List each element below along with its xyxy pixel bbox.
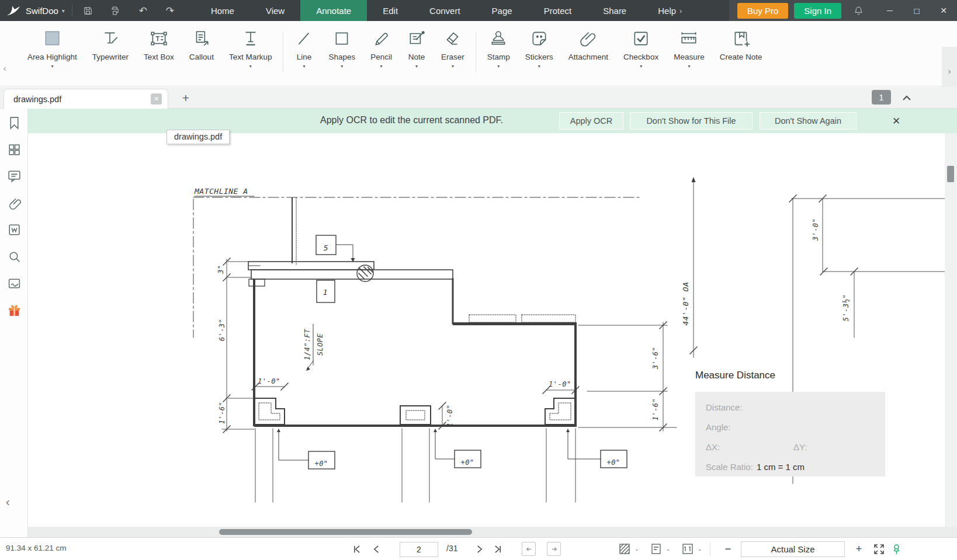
tool-create-note[interactable]: Create Note ▾ — [712, 21, 770, 69]
menu-overflow-chevron-icon[interactable]: › — [678, 0, 683, 21]
tool-area-highlight[interactable]: Area Highlight ▾ — [20, 21, 85, 69]
measure-panel-title: Measure Distance — [695, 370, 888, 381]
zoom-in-button[interactable]: + — [852, 542, 866, 556]
tool-text-markup[interactable]: Text Markup ▾ — [221, 21, 280, 69]
buy-pro-button[interactable]: Buy Pro — [737, 3, 788, 19]
dont-show-for-file-button[interactable]: Don't Show for This File — [630, 112, 753, 130]
tool-pencil[interactable]: Pencil ▾ — [363, 21, 400, 69]
menubar: Home View Annotate Edit Convert Page Pro… — [195, 0, 684, 21]
matchline-label: MATCHLINE A — [194, 187, 248, 196]
scale-ratio-label: Scale Ratio: — [706, 462, 753, 472]
menu-annotate[interactable]: Annotate — [300, 0, 367, 21]
bookmark-icon[interactable] — [7, 116, 22, 130]
tool-stamp[interactable]: Stamp ▾ — [480, 21, 518, 69]
tool-eraser[interactable]: Eraser ▾ — [434, 21, 472, 69]
dropdown-caret-icon[interactable]: ▾ — [640, 64, 642, 69]
paperclip-icon[interactable] — [7, 196, 22, 210]
dropdown-caret-icon[interactable]: ⌄ — [698, 546, 702, 552]
dropdown-caret-icon[interactable]: ▾ — [51, 64, 53, 69]
window-close-button[interactable]: ✕ — [930, 6, 957, 16]
comment-icon[interactable] — [7, 169, 22, 183]
view-forward-icon[interactable] — [547, 542, 561, 556]
signature-icon[interactable] — [7, 276, 22, 291]
apply-ocr-button[interactable]: Apply OCR — [559, 112, 623, 130]
pdf-page[interactable]: MATCHLINE A 5 1 3" 6'-3" 1'-6" 1'-0" 1'-… — [28, 133, 945, 527]
fullscreen-icon[interactable] — [872, 542, 886, 556]
dropdown-caret-icon[interactable]: ⌄ — [634, 546, 639, 552]
window-minimize-button[interactable]: ─ — [876, 6, 903, 16]
dropdown-caret-icon[interactable]: ▾ — [341, 64, 343, 69]
dropdown-caret-icon[interactable]: ▾ — [538, 64, 540, 69]
menu-convert[interactable]: Convert — [414, 0, 476, 21]
watermark-icon[interactable] — [7, 222, 22, 237]
previous-page-icon[interactable] — [369, 542, 383, 556]
sidebar-collapse-chevron-icon[interactable]: ‹ — [6, 495, 10, 509]
page-layout-icon[interactable] — [650, 542, 663, 555]
dim-1-0-left: 1'-0" — [258, 377, 280, 385]
redo-icon[interactable]: ↷ — [160, 0, 180, 21]
banner-close-icon[interactable]: ✕ — [889, 114, 903, 128]
dim-3-6: 3'-6" — [651, 347, 660, 370]
document-tab[interactable]: drawings.pdf ✕ — [4, 89, 168, 109]
zoom-level-select[interactable]: Actual Size — [741, 541, 845, 557]
notification-bell-icon[interactable] — [849, 0, 867, 21]
horizontal-scrollbar[interactable] — [219, 529, 472, 535]
tool-measure[interactable]: Measure ▾ — [666, 21, 712, 69]
dropdown-caret-icon[interactable]: ▾ — [688, 64, 690, 69]
menu-protect[interactable]: Protect — [528, 0, 588, 21]
page-number-input[interactable] — [400, 542, 438, 557]
tool-shapes[interactable]: Shapes ▾ — [321, 21, 363, 69]
tool-typewriter[interactable]: Typewriter ▾ — [85, 21, 136, 69]
dropdown-caret-icon[interactable]: ▾ — [452, 64, 454, 69]
tool-checkbox[interactable]: Checkbox ▾ — [616, 21, 666, 69]
tool-text-box[interactable]: Text Box ▾ — [136, 21, 182, 69]
view-back-icon[interactable] — [522, 542, 536, 556]
search-icon[interactable] — [7, 249, 22, 264]
callout-1-label: 1 — [323, 288, 328, 297]
menu-home[interactable]: Home — [195, 0, 250, 21]
menu-help[interactable]: Help — [642, 0, 678, 21]
toolbar-scroll-left-icon[interactable]: ‹ — [0, 55, 9, 81]
text-box-icon — [150, 29, 168, 48]
dropdown-caret-icon[interactable]: ▾ — [415, 64, 418, 69]
tool-attachment[interactable]: Attachment ▾ — [561, 21, 616, 69]
gift-icon[interactable] — [7, 302, 22, 317]
sign-in-button[interactable]: Sign In — [794, 3, 841, 19]
thumbnails-icon[interactable] — [7, 142, 22, 157]
menu-edit[interactable]: Edit — [367, 0, 414, 21]
menu-share[interactable]: Share — [587, 0, 642, 21]
delta-x-label: ΔX: — [706, 442, 720, 452]
page-background-icon[interactable] — [618, 542, 631, 555]
checkbox-icon — [632, 29, 650, 48]
save-icon[interactable] — [78, 0, 98, 21]
tool-callout[interactable]: Callout ▾ — [182, 21, 221, 69]
new-tab-button[interactable]: + — [178, 90, 193, 106]
horizontal-scrollbar-track[interactable] — [28, 527, 957, 537]
dim-44-0-oa: 44'-0" OA — [681, 282, 690, 326]
print-icon[interactable] — [105, 0, 125, 21]
tab-close-icon[interactable]: ✕ — [151, 93, 162, 105]
tool-line[interactable]: Line ▾ — [287, 21, 321, 69]
tool-stickers[interactable]: Stickers ▾ — [518, 21, 561, 69]
next-page-icon[interactable] — [472, 542, 486, 556]
menu-view[interactable]: View — [250, 0, 300, 21]
undo-icon[interactable]: ↶ — [133, 0, 153, 21]
vertical-scrollbar[interactable] — [947, 166, 954, 182]
zoom-out-button[interactable]: − — [721, 542, 735, 556]
dropdown-caret-icon[interactable]: ▾ — [380, 64, 383, 69]
pin-icon[interactable] — [889, 542, 903, 556]
dropdown-caret-icon[interactable]: ▾ — [303, 64, 305, 69]
tool-note[interactable]: Note ▾ — [400, 21, 434, 69]
dont-show-again-button[interactable]: Don't Show Again — [760, 112, 857, 130]
last-page-icon[interactable] — [491, 542, 505, 556]
collapse-toolbar-chevron-icon[interactable] — [900, 91, 914, 104]
dropdown-caret-icon[interactable]: ⌄ — [666, 546, 671, 552]
menu-page[interactable]: Page — [476, 0, 528, 21]
app-menu-caret-icon[interactable]: ▾ — [62, 8, 65, 14]
dropdown-caret-icon[interactable]: ▾ — [249, 64, 252, 69]
actual-ratio-icon[interactable] — [681, 542, 694, 555]
dim-3in: 3" — [217, 265, 225, 274]
dropdown-caret-icon[interactable]: ▾ — [497, 64, 500, 69]
window-maximize-button[interactable]: □ — [903, 6, 930, 16]
first-page-icon[interactable] — [349, 542, 363, 556]
